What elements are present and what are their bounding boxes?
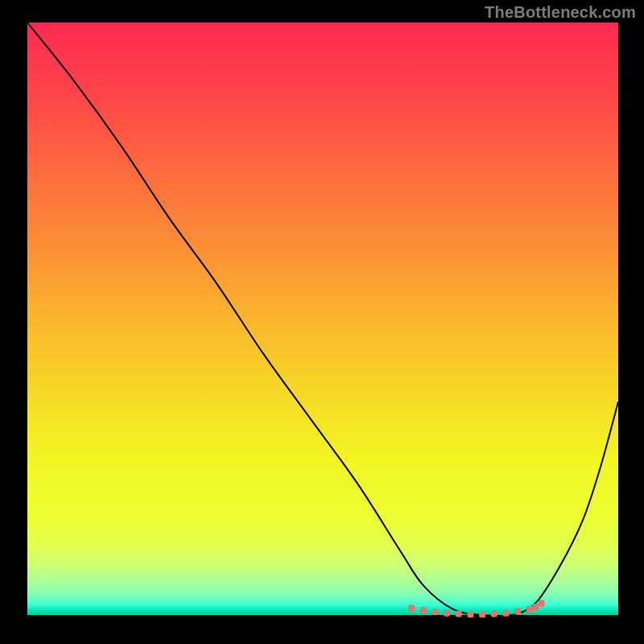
optimal-dot: [526, 606, 533, 613]
optimal-dot: [479, 611, 485, 617]
optimal-dot: [539, 600, 545, 606]
optimal-dot: [532, 604, 539, 610]
optimal-dot: [468, 611, 474, 617]
watermark-text: TheBottleneck.com: [485, 3, 636, 22]
optimal-dot: [431, 609, 438, 615]
optimal-dot: [408, 605, 415, 611]
optimal-dot: [514, 609, 521, 615]
optimal-dot: [444, 610, 450, 617]
chart-background: [27, 23, 618, 615]
optimal-dot: [491, 611, 497, 617]
optimal-dot: [420, 607, 427, 613]
optimal-dot: [456, 611, 462, 617]
bottleneck-chart: [0, 0, 644, 644]
optimal-dot: [503, 610, 510, 617]
